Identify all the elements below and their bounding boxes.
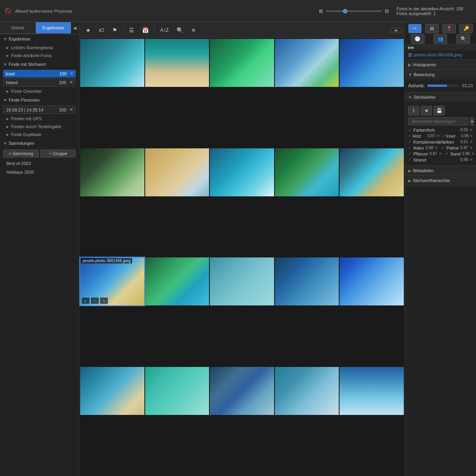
kw-star-icon-btn[interactable]: ★ <box>421 106 432 115</box>
photo-cell-17[interactable] <box>145 367 209 415</box>
photo-cell-8[interactable] <box>210 148 274 196</box>
kw-save-icon-btn[interactable]: 💾 <box>434 106 445 115</box>
kw-check-kompl[interactable]: ✓ <box>408 139 412 144</box>
photo-cell-4[interactable] <box>275 39 339 87</box>
kw-remove-farbenfroh[interactable]: ✕ <box>470 128 473 132</box>
kw-remove-kompl[interactable]: ✕ <box>470 140 473 144</box>
add-group-button[interactable]: + Gruppe <box>40 150 76 157</box>
slider-thumb[interactable] <box>343 9 347 13</box>
add-keyword-input[interactable] <box>408 117 468 125</box>
kw-remove-palme[interactable]: ✕ <box>470 146 473 150</box>
sidebar-collapse-btn[interactable]: ◀ <box>71 26 79 30</box>
right-edit-btn[interactable]: ✏ <box>408 24 422 33</box>
photo-cell-14[interactable] <box>275 257 339 305</box>
flag-filter-btn[interactable]: ⚑ <box>109 25 121 35</box>
star-filter-btn[interactable]: ★ <box>83 25 94 35</box>
kw-remove-strand[interactable]: ✕ <box>470 157 473 162</box>
photo-cell-18[interactable] <box>210 367 274 415</box>
keyword-island-remove[interactable]: ✕ <box>69 80 73 85</box>
sidebar-item-faces[interactable]: ▶ Finde Gesichter <box>0 87 79 95</box>
add-collection-button[interactable]: + Sammlung <box>3 150 39 157</box>
photo-cell-2[interactable] <box>145 39 209 87</box>
photo-cell-9[interactable] <box>275 148 339 196</box>
collection-item-holidays2020[interactable]: Holidays 2020 <box>0 168 79 177</box>
status-icon: 🚫 <box>5 8 11 14</box>
section-results-header[interactable]: ▼ Ergebnisse <box>0 34 79 44</box>
tab-results[interactable]: Ergebnisse <box>36 22 71 33</box>
kw-remove-natur[interactable]: ✕ <box>435 146 438 150</box>
photo-cell-15[interactable] <box>340 257 404 305</box>
keyword-insel-remove[interactable]: ✕ <box>70 71 73 76</box>
section-keyword-header[interactable]: ▼ Finde mit Stichwort <box>0 60 79 69</box>
kw-remove-pflanze[interactable]: ✕ <box>439 152 442 156</box>
photo-placeholder-9 <box>275 148 339 196</box>
slider-track[interactable] <box>326 10 382 12</box>
kw-check-farbenfroh[interactable]: ✓ <box>408 127 412 132</box>
clear-btn[interactable]: ✕ <box>188 25 199 35</box>
kw-check-sand[interactable]: ✓ <box>445 151 449 156</box>
photo-action-btn-1[interactable]: ↔ <box>91 298 99 304</box>
right-clock-btn[interactable]: 🕐 <box>411 34 424 44</box>
photo-action-btn-2[interactable]: ↘ <box>100 298 108 304</box>
section-collections-header[interactable]: ▼ Sammlungen <box>0 138 79 148</box>
kw-remove-sand[interactable]: ✕ <box>471 152 474 156</box>
photo-cell-16[interactable] <box>80 367 144 415</box>
kw-check-insel[interactable]: ✓ <box>442 133 445 138</box>
photo-cell-10[interactable] <box>340 148 404 196</box>
file-name-text: pexels-photo-3601456.jpeg <box>414 53 462 57</box>
calendar-btn[interactable]: 📅 <box>139 25 152 35</box>
date-tag[interactable]: 19.09.23 | 14:35:14 100 ✕ <box>3 106 76 114</box>
kw-check-holz[interactable]: ✓ <box>408 133 412 138</box>
kw-score-kompl: 0.61 <box>461 140 468 144</box>
sidebar-item-gps[interactable]: ▶ Finden mit GPS <box>0 115 79 123</box>
zoom-slider[interactable]: ⊞ ⊟ <box>319 8 389 14</box>
kw-remove-insel[interactable]: ✕ <box>470 134 473 138</box>
metadata-header[interactable]: ▶ Metadaten <box>405 166 476 175</box>
kw-check-pflanze[interactable]: ✓ <box>408 151 412 156</box>
photo-cell-13[interactable] <box>210 257 274 305</box>
right-people-btn[interactable]: 👥 <box>434 34 447 44</box>
sort-btn[interactable]: A↕Z <box>157 26 172 35</box>
sidebar-item-duplicates[interactable]: ▶ Finde Duplikate <box>0 131 79 138</box>
kw-remove-holz[interactable]: ✕ <box>436 134 440 138</box>
add-keyword-btn[interactable]: + <box>470 117 474 126</box>
sidebar-item-last-search[interactable]: ▶ Letztes Suchergebnis <box>0 44 79 52</box>
photo-cell-1[interactable] <box>80 39 144 87</box>
list-view-btn[interactable]: ☰ <box>126 25 137 35</box>
kw-person-icon-btn[interactable]: 🚶 <box>408 106 419 115</box>
search-btn[interactable]: 🔍 <box>173 25 186 35</box>
collection-item-best2023[interactable]: Best of 2023 <box>0 159 79 168</box>
photo-cell-12[interactable] <box>145 257 209 305</box>
kw-check-natur[interactable]: ✓ <box>408 145 412 150</box>
right-copy-btn[interactable]: ⊞ <box>425 24 439 33</box>
photo-cell-20[interactable] <box>340 367 404 415</box>
keyword-tag-island[interactable]: Island 100 ✕ <box>3 78 76 86</box>
photo-placeholder-10 <box>340 148 404 196</box>
rating-header[interactable]: ▼ Bewertung <box>405 70 476 79</box>
photo-cell-5[interactable] <box>340 39 404 87</box>
right-location-btn[interactable]: 📍 <box>442 24 456 33</box>
histogram-header[interactable]: ▶ Histogramm <box>405 60 476 69</box>
right-key-btn[interactable]: 🔑 <box>459 24 473 33</box>
date-tag-remove[interactable]: ✕ <box>69 107 73 112</box>
right-collapse-btn[interactable]: ▶▶ <box>405 44 476 50</box>
section-persons-header[interactable]: ▼ Finde Personen <box>0 95 79 105</box>
sidebar-item-text[interactable]: ▶ Finden durch Texteingabe <box>0 123 79 131</box>
kw-check-strand[interactable]: ✓ <box>408 157 412 162</box>
kw-check-palme[interactable]: ✓ <box>441 145 445 150</box>
photo-cell-19[interactable] <box>275 367 339 415</box>
label-filter-btn[interactable]: 🏷 <box>96 25 107 35</box>
photo-cell-7[interactable] <box>145 148 209 196</box>
keyword-tag-insel[interactable]: Insel 100 ✕ <box>3 70 76 77</box>
tab-folder[interactable]: Ordner <box>0 22 36 33</box>
photo-cell-11[interactable]: pexels-photo-3601456.jpeg↙↔↘ <box>80 257 144 305</box>
photo-cell-3[interactable] <box>210 39 274 87</box>
photo-action-btn-0[interactable]: ↙ <box>82 298 90 304</box>
photo-placeholder-7 <box>145 148 209 196</box>
keywords-header[interactable]: ▼ Stichwörter <box>405 92 476 102</box>
hierarchy-header[interactable]: ▶ Stichworthierarchie <box>405 176 476 185</box>
right-search-btn[interactable]: 🔍 <box>457 34 470 44</box>
aesthetic-rating-row: Ästhetik: 63.23 <box>408 83 473 88</box>
photo-cell-6[interactable] <box>80 148 144 196</box>
sidebar-item-similar[interactable]: ▶ Finde ähnliche Fotos <box>0 52 79 60</box>
